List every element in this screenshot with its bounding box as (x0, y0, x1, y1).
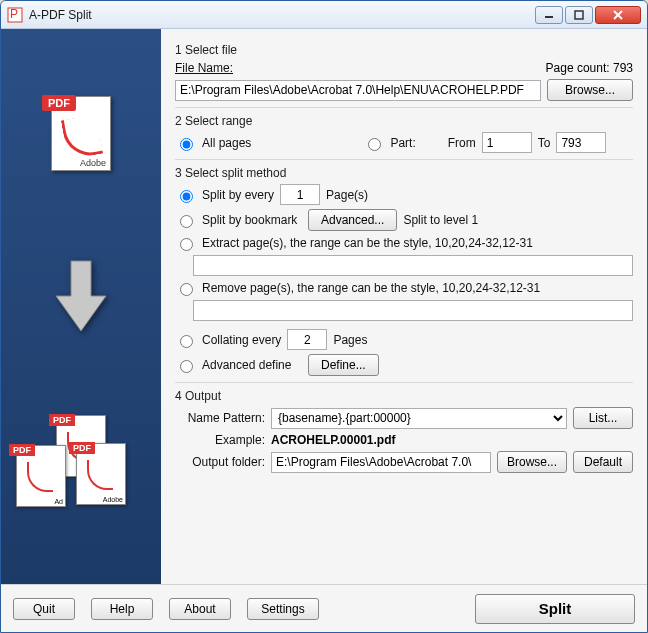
minimize-button[interactable] (535, 6, 563, 24)
quit-button[interactable]: Quit (13, 598, 75, 620)
arrow-down-icon (51, 256, 111, 336)
main-panel: 1 Select file File Name: Page count: 793… (161, 29, 647, 584)
split-by-bookmark-radio[interactable] (180, 215, 193, 228)
pdf-source-icon: PDF Adobe (41, 88, 121, 178)
output-folder-input[interactable] (271, 452, 491, 473)
close-button[interactable] (595, 6, 641, 24)
page-count-value: 793 (613, 61, 633, 75)
all-pages-radio[interactable] (180, 138, 193, 151)
window-controls (535, 6, 641, 24)
svg-rect-3 (575, 11, 583, 19)
pdf-output-stack-icon: PDFAd PDFAd PDFAdobe (16, 415, 146, 525)
default-button[interactable]: Default (573, 451, 633, 473)
split-by-every-radio[interactable] (180, 190, 193, 203)
example-value: ACROHELP.00001.pdf (271, 433, 395, 447)
collating-input[interactable] (287, 329, 327, 350)
section-4-heading: 4 Output (175, 389, 633, 403)
sidebar: PDF Adobe PDFAd PDFAd PDFAdobe (1, 29, 161, 584)
advanced-define-radio[interactable] (180, 360, 193, 373)
split-by-every-label: Split by every (202, 188, 274, 202)
extract-pages-label: Extract page(s), the range can be the st… (202, 236, 533, 250)
remove-pages-radio[interactable] (180, 283, 193, 296)
advanced-define-label: Advanced define (202, 358, 302, 372)
split-button[interactable]: Split (475, 594, 635, 624)
part-radio[interactable] (368, 138, 381, 151)
from-input[interactable] (482, 132, 532, 153)
define-button[interactable]: Define... (308, 354, 379, 376)
remove-pages-label: Remove page(s), the range can be the sty… (202, 281, 540, 295)
file-name-label: File Name: (175, 61, 233, 75)
part-label: Part: (390, 136, 415, 150)
section-1-heading: 1 Select file (175, 43, 633, 57)
section-2-heading: 2 Select range (175, 114, 633, 128)
collating-radio[interactable] (180, 335, 193, 348)
output-folder-label: Output folder: (175, 455, 265, 469)
to-input[interactable] (556, 132, 606, 153)
to-label: To (538, 136, 551, 150)
settings-button[interactable]: Settings (247, 598, 319, 620)
extract-pages-input[interactable] (193, 255, 633, 276)
about-button[interactable]: About (169, 598, 231, 620)
split-by-every-input[interactable] (280, 184, 320, 205)
titlebar: P A-PDF Split (1, 1, 647, 29)
remove-pages-input[interactable] (193, 300, 633, 321)
split-to-level-label: Split to level 1 (403, 213, 478, 227)
bottom-bar: Quit Help About Settings Split (1, 584, 647, 632)
list-button[interactable]: List... (573, 407, 633, 429)
split-by-bookmark-label: Split by bookmark (202, 213, 302, 227)
from-label: From (448, 136, 476, 150)
collating-suffix-label: Pages (333, 333, 367, 347)
name-pattern-label: Name Pattern: (175, 411, 265, 425)
page-count-label: Page count: (546, 61, 610, 75)
help-button[interactable]: Help (91, 598, 153, 620)
collating-label: Collating every (202, 333, 281, 347)
browse-output-button[interactable]: Browse... (497, 451, 567, 473)
maximize-button[interactable] (565, 6, 593, 24)
pages-suffix-label: Page(s) (326, 188, 368, 202)
all-pages-label: All pages (202, 136, 251, 150)
browse-file-button[interactable]: Browse... (547, 79, 633, 101)
file-name-input[interactable] (175, 80, 541, 101)
app-window: P A-PDF Split PDF Adobe PDFAd PDFAd (0, 0, 648, 633)
extract-pages-radio[interactable] (180, 238, 193, 251)
example-label: Example: (175, 433, 265, 447)
advanced-bookmark-button[interactable]: Advanced... (308, 209, 397, 231)
section-3-heading: 3 Select split method (175, 166, 633, 180)
name-pattern-combo[interactable]: {basename}.{part:00000} (271, 408, 567, 429)
window-title: A-PDF Split (29, 8, 535, 22)
svg-text:P: P (10, 7, 18, 21)
app-icon: P (7, 7, 23, 23)
